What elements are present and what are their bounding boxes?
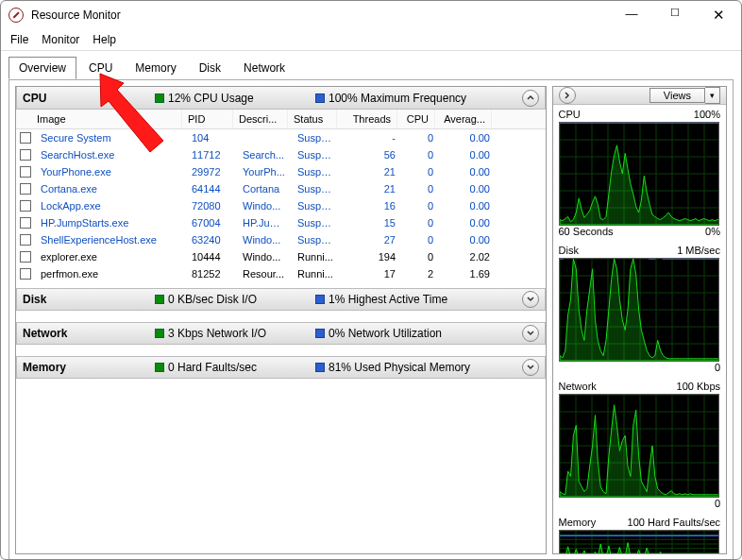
table-row[interactable]: YourPhone.exe29972YourPh...Suspe...2100.…	[16, 163, 546, 180]
cell-threads: 21	[341, 165, 401, 178]
cell-threads: 16	[341, 199, 401, 212]
cell-avg: 1.69	[439, 267, 496, 280]
graph-network	[559, 394, 719, 498]
cpu-collapse-button[interactable]	[522, 90, 539, 107]
tab-network[interactable]: Network	[233, 57, 295, 79]
cell-pid: 64144	[186, 182, 237, 195]
col-pid[interactable]: PID	[182, 110, 233, 128]
close-button[interactable]: ✕	[709, 7, 728, 24]
row-checkbox[interactable]	[20, 251, 31, 263]
cpu-section-header[interactable]: CPU 12% CPU Usage 100% Maximum Frequency	[16, 87, 546, 110]
cell-avg: 0.00	[439, 131, 496, 144]
net-util-swatch-icon	[315, 329, 325, 338]
cell-status: Suspe...	[292, 148, 341, 161]
menubar: File Monitor Help	[1, 29, 741, 51]
graph-cpu	[559, 122, 719, 226]
minimize-button[interactable]: —	[622, 7, 641, 24]
network-expand-button[interactable]	[522, 325, 539, 342]
cell-cpu: 0	[401, 182, 439, 195]
collapse-sidebar-button[interactable]	[559, 87, 576, 104]
cell-threads: 15	[341, 216, 401, 229]
cell-avg: 2.02	[439, 250, 496, 263]
cell-cpu: 0	[401, 250, 439, 263]
net-io-swatch-icon	[155, 329, 164, 338]
cpu-freq-text: 100% Maximum Frequency	[329, 92, 466, 105]
graph-memory-label: Memory	[559, 517, 597, 528]
cell-avg: 0.00	[439, 165, 496, 178]
graph-disk-min: 0	[715, 362, 720, 373]
cell-cpu: 0	[401, 148, 439, 161]
cell-cpu: 0	[401, 199, 439, 212]
cell-desc: YourPh...	[237, 165, 292, 178]
cell-threads: -	[341, 131, 401, 144]
cell-desc: HP.Jum...	[237, 216, 292, 229]
cell-image: SearchHost.exe	[35, 148, 186, 161]
cell-pid: 81252	[186, 267, 237, 280]
tab-cpu[interactable]: CPU	[78, 57, 123, 79]
table-row[interactable]: LockApp.exe72080Windo...Suspe...1600.00	[16, 197, 546, 214]
menu-help[interactable]: Help	[93, 33, 116, 46]
cell-threads: 21	[341, 182, 401, 195]
row-checkbox[interactable]	[20, 183, 31, 195]
disk-section-header[interactable]: Disk 0 KB/sec Disk I/O 1% Highest Active…	[16, 288, 546, 311]
cpu-usage-swatch-icon	[155, 93, 164, 103]
table-row[interactable]: perfmon.exe81252Resour...Runni...1721.69	[16, 265, 546, 282]
maximize-button[interactable]: ☐	[666, 7, 684, 24]
cell-image: HP.JumpStarts.exe	[35, 216, 186, 229]
row-checkbox[interactable]	[20, 132, 31, 144]
table-row[interactable]: explorer.exe10444Windo...Runni...19402.0…	[16, 248, 546, 265]
graph-disk	[559, 258, 719, 362]
table-row[interactable]: SearchHost.exe11712Search...Suspe...5600…	[16, 146, 546, 163]
cell-desc	[237, 137, 292, 139]
menu-file[interactable]: File	[10, 33, 28, 46]
cell-pid: 10444	[186, 250, 237, 263]
tab-overview[interactable]: Overview	[8, 57, 76, 79]
cell-image: ShellExperienceHost.exe	[35, 233, 186, 246]
table-row[interactable]: Secure System104Suspe...-00.00	[16, 129, 546, 146]
cell-threads: 56	[341, 148, 401, 161]
table-row[interactable]: HP.JumpStarts.exe67004HP.Jum...Suspe...1…	[16, 214, 546, 231]
overview-panel: CPU 12% CPU Usage 100% Maximum Frequency…	[15, 86, 547, 554]
row-checkbox[interactable]	[20, 217, 31, 229]
row-checkbox[interactable]	[20, 200, 31, 212]
views-dropdown-button[interactable]: ▾	[705, 87, 720, 104]
row-checkbox[interactable]	[20, 268, 31, 280]
cell-status: Runni...	[292, 250, 341, 263]
cpu-section-title: CPU	[23, 92, 89, 105]
net-util-text: 0% Network Utilization	[329, 327, 442, 340]
cell-status: Suspe...	[292, 216, 341, 229]
views-button[interactable]: Views	[649, 88, 705, 103]
graph-memory	[559, 530, 719, 554]
graph-network-label: Network	[559, 381, 597, 392]
graph-network-scale: 100 Kbps	[677, 381, 720, 392]
col-avg[interactable]: Averag...	[435, 110, 492, 128]
tab-memory[interactable]: Memory	[125, 57, 186, 79]
col-threads[interactable]: Threads	[337, 110, 397, 128]
cell-pid: 72080	[186, 199, 237, 212]
col-image[interactable]: Image	[16, 110, 182, 128]
row-checkbox[interactable]	[20, 166, 31, 178]
col-cpu[interactable]: CPU	[397, 110, 435, 128]
cpu-table-body: Secure System104Suspe...-00.00SearchHost…	[16, 129, 546, 288]
memory-section-header[interactable]: Memory 0 Hard Faults/sec 81% Used Physic…	[16, 356, 546, 379]
mem-faults-swatch-icon	[155, 363, 164, 372]
menu-monitor[interactable]: Monitor	[42, 33, 79, 46]
row-checkbox[interactable]	[20, 234, 31, 246]
cell-status: Suspe...	[292, 199, 341, 212]
memory-expand-button[interactable]	[522, 359, 539, 376]
tab-disk[interactable]: Disk	[189, 57, 231, 79]
cell-threads: 27	[341, 233, 401, 246]
cell-avg: 0.00	[439, 148, 496, 161]
network-section-header[interactable]: Network 3 Kbps Network I/O 0% Network Ut…	[16, 322, 546, 345]
table-row[interactable]: ShellExperienceHost.exe63240Windo...Susp…	[16, 231, 546, 248]
col-status[interactable]: Status	[288, 110, 337, 128]
row-checkbox[interactable]	[20, 149, 31, 161]
tab-strip: Overview CPU Memory Disk Network	[1, 51, 741, 79]
cell-pid: 67004	[186, 216, 237, 229]
table-row[interactable]: Cortana.exe64144CortanaSuspe...2100.00	[16, 180, 546, 197]
mem-used-swatch-icon	[315, 363, 325, 372]
cell-cpu: 0	[401, 216, 439, 229]
disk-expand-button[interactable]	[522, 291, 539, 308]
col-desc[interactable]: Descri...	[233, 110, 288, 128]
graph-cpu-min: 0%	[705, 226, 720, 237]
